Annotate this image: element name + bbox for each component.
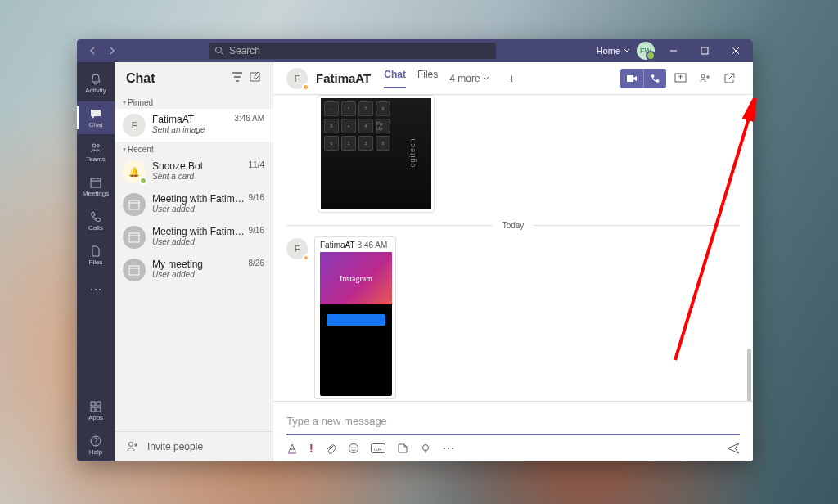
more-actions-button[interactable] — [443, 447, 454, 450]
share-icon — [674, 72, 687, 84]
chat-item-snooze[interactable]: 🔔 Snooze Bot11/4Sent a card — [115, 155, 273, 188]
svg-rect-15 — [129, 233, 139, 242]
window-minimize[interactable] — [661, 39, 686, 62]
svg-point-0 — [216, 47, 222, 53]
chat-list-panel: Chat Pinned F FatimaAT3:46 AM Sent an im… — [115, 62, 273, 461]
nav-back[interactable] — [85, 43, 101, 59]
bell-icon — [89, 73, 102, 86]
rail-more[interactable] — [77, 273, 115, 306]
chat-time: 3:46 AM — [234, 114, 264, 125]
chevron-down-icon — [483, 75, 489, 82]
rail-activity[interactable]: Activity — [77, 67, 115, 100]
svg-rect-9 — [97, 402, 101, 406]
contact-name: FatimaAT — [316, 71, 371, 85]
audio-call-button[interactable] — [643, 69, 666, 88]
profile-avatar[interactable]: FW — [637, 42, 655, 60]
message-input[interactable] — [286, 410, 740, 435]
recent-section[interactable]: Recent — [115, 142, 273, 155]
sticker-button[interactable] — [397, 443, 408, 454]
screen-share-button[interactable] — [669, 69, 691, 88]
app-rail: Activity Chat Teams Meetings Calls Files… — [77, 62, 115, 461]
svg-rect-4 — [91, 178, 101, 187]
avatar — [123, 259, 146, 281]
emoji-icon — [348, 443, 359, 454]
pinned-section[interactable]: Pinned — [115, 95, 273, 109]
more-icon — [443, 447, 454, 450]
rail-help[interactable]: Help — [77, 429, 115, 461]
emoji-button[interactable] — [348, 443, 359, 454]
rail-apps[interactable]: Apps — [77, 394, 115, 427]
message-image-instagram: Instagram — [320, 252, 392, 396]
svg-point-2 — [92, 144, 96, 147]
tab-more[interactable]: 4 more — [449, 69, 489, 88]
chat-item-fatima[interactable]: F FatimaAT3:46 AM Sent an image — [115, 109, 273, 142]
chevron-down-icon — [624, 47, 630, 54]
svg-point-21 — [349, 444, 358, 453]
chat-preview: Sent an image — [152, 125, 264, 134]
message-image-keyboard[interactable]: -*789+4Pg Up6123 — [318, 95, 435, 213]
new-chat-icon[interactable] — [250, 71, 261, 86]
invite-label: Invite people — [147, 441, 203, 452]
chatlist-header: Chat — [115, 62, 273, 95]
add-tab-button[interactable]: + — [502, 69, 522, 88]
rail-chat[interactable]: Chat — [77, 101, 115, 134]
add-people-button[interactable] — [694, 69, 715, 88]
chat-item-meeting2[interactable]: Meeting with Fatima Wahab9/16User added — [115, 221, 273, 254]
svg-rect-8 — [91, 402, 95, 406]
chat-item-mymeeting[interactable]: My meeting8/26User added — [115, 254, 273, 286]
home-label: Home — [597, 46, 620, 56]
popout-button[interactable] — [719, 69, 740, 88]
compose-area: ! GIF — [273, 401, 753, 461]
invite-people[interactable]: Invite people — [115, 431, 273, 461]
teams-window: Search Home FW Activity Chat Teams Meeti… — [77, 39, 753, 461]
filter-icon[interactable] — [232, 71, 243, 86]
org-switcher[interactable]: Home — [597, 46, 630, 56]
nav-forward[interactable] — [103, 43, 119, 59]
svg-rect-18 — [627, 75, 633, 82]
chat-icon — [89, 107, 102, 120]
rail-calls[interactable]: Calls — [77, 205, 115, 237]
svg-point-23 — [354, 447, 355, 448]
gif-icon: GIF — [371, 443, 385, 453]
rail-meetings[interactable]: Meetings — [77, 170, 115, 203]
paperclip-icon — [325, 443, 336, 454]
format-button[interactable] — [286, 443, 298, 454]
search-box[interactable]: Search — [210, 43, 496, 59]
tab-files[interactable]: Files — [417, 69, 438, 88]
more-icon — [89, 288, 102, 291]
svg-rect-11 — [97, 407, 101, 412]
search-icon — [214, 46, 224, 56]
send-icon — [727, 442, 740, 455]
conversation-header: F FatimaAT Chat Files 4 more + — [273, 62, 753, 95]
attach-button[interactable] — [325, 443, 336, 454]
svg-point-17 — [129, 443, 133, 447]
svg-point-28 — [448, 448, 449, 449]
window-close[interactable] — [723, 39, 748, 62]
contact-avatar: F — [286, 68, 308, 89]
avatar — [123, 226, 146, 249]
send-button[interactable] — [727, 442, 740, 455]
people-add-icon — [699, 72, 711, 84]
window-maximize[interactable] — [692, 39, 717, 62]
scrollbar-thumb[interactable] — [747, 349, 751, 401]
tab-chat[interactable]: Chat — [384, 69, 406, 88]
search-placeholder: Search — [229, 45, 260, 56]
video-call-button[interactable] — [620, 69, 643, 88]
rail-teams[interactable]: Teams — [77, 136, 115, 169]
message-card[interactable]: FatimaAT3:46 AM Instagram — [314, 236, 396, 399]
gif-button[interactable]: GIF — [371, 443, 385, 453]
phone-icon — [650, 73, 661, 84]
schedule-button[interactable] — [420, 443, 431, 454]
svg-rect-10 — [91, 407, 95, 412]
chat-name: FatimaAT — [152, 114, 194, 125]
priority-button[interactable]: ! — [309, 442, 313, 455]
date-divider: Today — [286, 221, 740, 230]
svg-rect-14 — [129, 200, 139, 209]
rail-files[interactable]: Files — [77, 239, 115, 272]
message-group: F FatimaAT3:46 AM Instagram — [286, 236, 740, 399]
chat-item-meeting1[interactable]: Meeting with Fatima Wahab9/16User added — [115, 188, 273, 221]
teams-icon — [89, 142, 102, 155]
bulb-icon — [420, 443, 431, 454]
chatlist-title: Chat — [126, 71, 155, 86]
svg-rect-16 — [129, 266, 139, 275]
